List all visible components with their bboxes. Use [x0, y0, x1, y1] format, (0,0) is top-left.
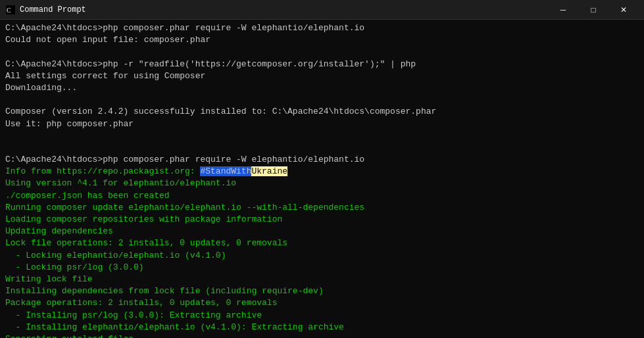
maximize-button[interactable]: □: [578, 0, 608, 20]
terminal-line: Generating autoload files: [5, 333, 639, 338]
close-button[interactable]: ✕: [608, 0, 639, 20]
terminal-line: Downloading...: [5, 82, 639, 94]
command-prompt-window: C Command Prompt ─ □ ✕ C:\Apache24\htdoc…: [0, 0, 644, 338]
terminal-line: Lock file operations: 2 installs, 0 upda…: [5, 237, 639, 249]
terminal-line: Using version ^4.1 for elephantio/elepha…: [5, 178, 639, 189]
terminal-line: C:\Apache24\htdocs>php -r "readfile('htt…: [5, 59, 639, 70]
ukraine-highlight: Ukraine: [251, 166, 287, 176]
terminal-line: Updating dependencies: [5, 226, 639, 237]
window-controls: ─ □ ✕: [548, 0, 639, 20]
terminal-line: - Installing elephantio/elephant.io (v4.…: [5, 322, 639, 333]
window-title: Command Prompt: [20, 5, 548, 14]
terminal-line: Use it: php composer.phar: [5, 118, 639, 130]
app-icon: C: [5, 5, 16, 15]
terminal-info-line: Info from https://repo.packagist.org: #S…: [5, 166, 639, 178]
terminal-line: Package operations: 2 installs, 0 update…: [5, 297, 639, 309]
terminal-line: - Installing psr/log (3.0.0): Extracting…: [5, 310, 639, 322]
terminal-line: - Locking psr/log (3.0.0): [5, 262, 639, 274]
terminal-line: [5, 142, 639, 154]
terminal-line: [5, 94, 639, 106]
terminal-output[interactable]: C:\Apache24\htdocs>php composer.phar req…: [0, 20, 644, 338]
terminal-line: Composer (version 2.4.2) successfully in…: [5, 106, 639, 118]
terminal-line: Installing dependencies from lock file (…: [5, 285, 639, 297]
title-bar: C Command Prompt ─ □ ✕: [0, 0, 644, 20]
terminal-line: - Locking elephantio/elephant.io (v4.1.0…: [5, 250, 639, 262]
minimize-button[interactable]: ─: [548, 0, 578, 20]
terminal-line: C:\Apache24\htdocs>php composer.phar req…: [5, 22, 639, 34]
terminal-line: Could not open input file: composer.phar: [5, 34, 639, 46]
terminal-line: [5, 46, 639, 58]
terminal-line: ./composer.json has been created: [5, 190, 639, 202]
standwith-highlight: #StandWith: [200, 166, 251, 176]
terminal-line: Loading composer repositories with packa…: [5, 214, 639, 226]
terminal-line: Running composer update elephantio/eleph…: [5, 202, 639, 214]
terminal-line: Writing lock file: [5, 274, 639, 285]
terminal-line: [5, 130, 639, 142]
terminal-line: C:\Apache24\htdocs>php composer.phar req…: [5, 154, 639, 166]
svg-text:C: C: [7, 7, 11, 14]
terminal-line: All settings correct for using Composer: [5, 70, 639, 82]
